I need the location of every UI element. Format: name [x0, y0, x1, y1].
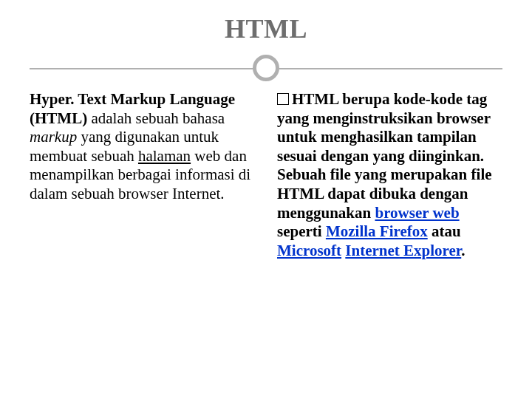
left-text-1: adalah sebuah bahasa [87, 109, 225, 127]
slide: HTML Hyper. Text Markup Language (HTML) … [0, 0, 532, 399]
left-column: Hyper. Text Markup Language (HTML) adala… [30, 90, 255, 260]
right-text-2: seperti [277, 222, 326, 240]
left-italic-text: markup [30, 128, 77, 146]
page-title: HTML [0, 0, 532, 44]
square-bullet-icon [277, 93, 289, 105]
divider-decoration [0, 55, 532, 84]
link-internet-explorer[interactable]: Internet Explorer [345, 242, 461, 259]
circle-decoration-icon [253, 55, 279, 81]
right-text-4: . [461, 242, 465, 259]
link-browser-web[interactable]: browser web [375, 204, 459, 222]
link-mozilla-firefox[interactable]: Mozilla Firefox [326, 222, 428, 240]
content-columns: Hyper. Text Markup Language (HTML) adala… [0, 84, 532, 260]
left-halaman-text: halaman [138, 147, 191, 165]
link-microsoft[interactable]: Microsoft [277, 242, 341, 259]
right-column: HTML berupa kode-kode tag yang menginstr… [277, 90, 502, 260]
right-text-1: HTML berupa kode-kode tag yang menginstr… [277, 90, 492, 222]
right-text-3: atau [428, 222, 461, 240]
